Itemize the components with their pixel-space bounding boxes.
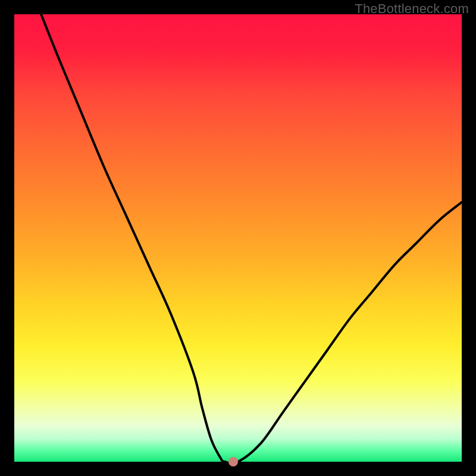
curve-path — [41, 14, 462, 462]
chart-plot-area — [14, 14, 462, 462]
chart-frame: TheBottleneck.com — [0, 0, 476, 476]
bottleneck-curve — [14, 14, 462, 462]
watermark-label: TheBottleneck.com — [355, 1, 469, 17]
optimum-marker — [228, 457, 238, 466]
